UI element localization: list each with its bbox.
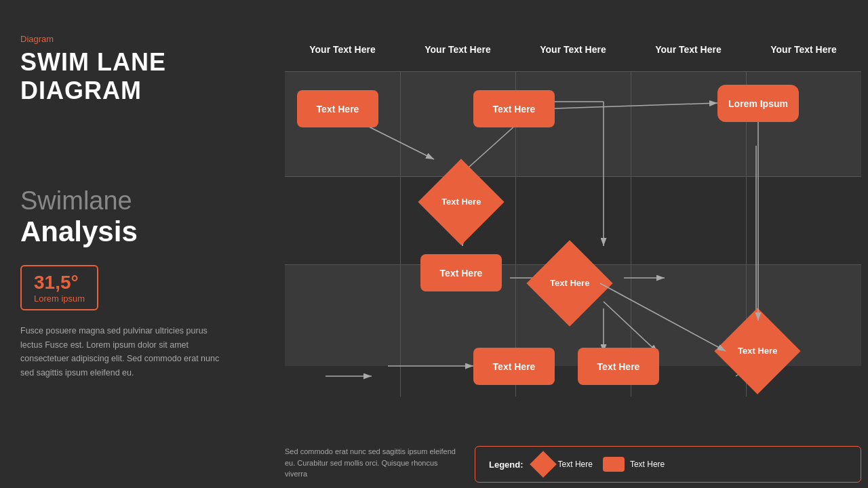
legend-item-1: Text Here bbox=[534, 455, 593, 474]
shape-rect-5: Text Here bbox=[578, 348, 659, 385]
shape-rect-2: Text Here bbox=[473, 90, 555, 127]
legend-box: Legend: Text Here Text Here bbox=[475, 446, 861, 483]
bottom-description: Sed commodo erat nunc sed sagittis ipsum… bbox=[285, 446, 461, 480]
bottom-section: Sed commodo erat nunc sed sagittis ipsum… bbox=[285, 446, 861, 483]
stat-number: 31,5° bbox=[34, 272, 85, 293]
shape-lorem-ipsum: Lorem Ipsum bbox=[717, 85, 799, 122]
col-header-4: Your Text Here bbox=[631, 44, 746, 55]
col-divider-1 bbox=[400, 71, 401, 396]
col-header-3: Your Text Here bbox=[515, 44, 631, 55]
diagram-label: Diagram bbox=[20, 34, 278, 44]
left-panel: Diagram SWIM LANE DIAGRAM Swimlane Analy… bbox=[20, 34, 278, 380]
legend-rect-icon bbox=[603, 457, 625, 472]
legend-label: Legend: bbox=[489, 460, 524, 470]
stat-box: 31,5° Lorem ipsum bbox=[20, 265, 98, 310]
swimlane-line1: Swimlane bbox=[20, 186, 278, 216]
diagram-area: Your Text Here Your Text Here Your Text … bbox=[285, 30, 861, 451]
main-title: SWIM LANE DIAGRAM bbox=[20, 48, 278, 105]
column-headers: Your Text Here Your Text Here Your Text … bbox=[285, 30, 861, 68]
swimlane-line2: Analysis bbox=[20, 216, 278, 248]
col-header-2: Your Text Here bbox=[400, 44, 515, 55]
stat-subtitle: Lorem ipsum bbox=[34, 293, 85, 304]
shape-rect-1: Text Here bbox=[297, 90, 378, 127]
description-text: Fusce posuere magna sed pulvinar ultrici… bbox=[20, 324, 224, 380]
lanes-container: Text Here Text Here Text Here Text Here … bbox=[285, 71, 861, 396]
legend-diamond-icon bbox=[530, 451, 557, 478]
col-header-5: Your Text Here bbox=[746, 44, 861, 55]
legend-item-2-text: Text Here bbox=[630, 460, 665, 469]
legend-item-2: Text Here bbox=[603, 457, 665, 472]
shape-rect-3: Text Here bbox=[420, 254, 502, 291]
col-header-1: Your Text Here bbox=[285, 44, 400, 55]
shape-rect-4: Text Here bbox=[473, 348, 555, 385]
legend-item-1-text: Text Here bbox=[558, 460, 593, 469]
swimlane-title: Swimlane Analysis bbox=[20, 186, 278, 248]
